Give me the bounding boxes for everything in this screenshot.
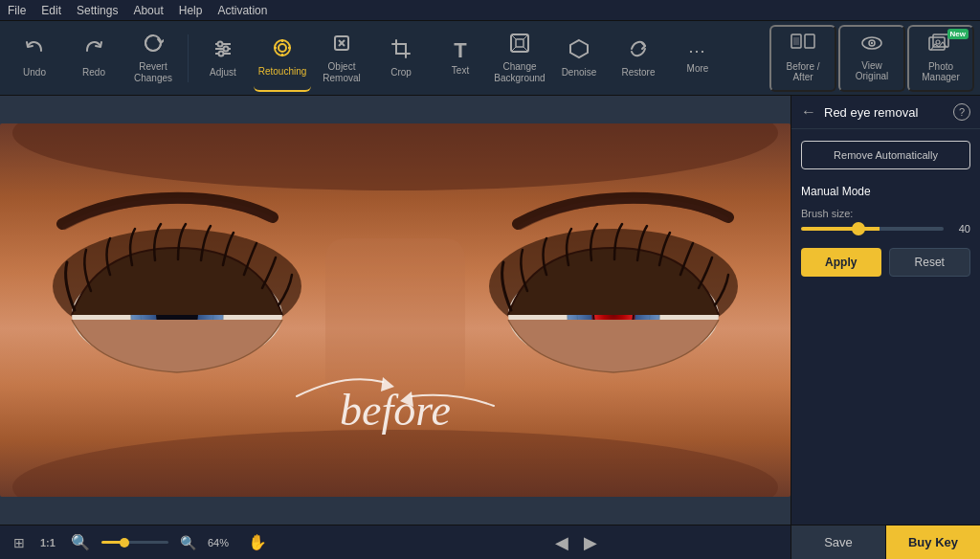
toolbar-sep-1	[188, 34, 189, 82]
right-panel: ← Red eye removal ? Remove Automatically…	[791, 96, 980, 525]
object-removal-button[interactable]: ObjectRemoval	[313, 25, 370, 92]
svg-point-7	[275, 40, 290, 56]
zoom-slider[interactable]	[101, 541, 168, 544]
undo-icon	[24, 38, 45, 63]
more-label: More	[687, 63, 709, 75]
bottom-right-panel: Save Buy Key	[791, 525, 980, 559]
adjust-button[interactable]: Adjust	[194, 25, 252, 92]
restore-button[interactable]: Restore	[610, 25, 667, 92]
svg-point-8	[278, 44, 286, 52]
menu-edit[interactable]: Edit	[41, 4, 61, 17]
svg-point-28	[871, 42, 873, 44]
redo-label: Redo	[82, 67, 105, 78]
view-original-icon	[860, 34, 883, 56]
panel-header: ← Red eye removal ?	[791, 96, 980, 129]
svg-rect-25	[793, 37, 799, 45]
change-bg-label: ChangeBackground	[494, 61, 545, 84]
adjust-icon	[212, 38, 234, 63]
toolbar: Undo Redo RevertChanges	[0, 21, 980, 96]
zoom-in-button[interactable]: 🔍	[176, 533, 200, 552]
more-button[interactable]: ⋯ More	[669, 25, 726, 92]
photo-manager-button[interactable]: New PhotoManager	[907, 25, 974, 92]
canvas-area[interactable]: before	[0, 96, 791, 525]
denoise-icon	[568, 38, 590, 63]
change-bg-button[interactable]: ChangeBackground	[491, 25, 548, 92]
revert-label: RevertChanges	[134, 61, 172, 84]
crop-label: Crop	[390, 67, 412, 78]
panel-help-button[interactable]: ?	[953, 103, 970, 121]
buy-key-button[interactable]: Buy Key	[886, 525, 980, 559]
prev-image-button[interactable]: ◀	[551, 530, 572, 555]
remove-automatically-button[interactable]: Remove Automatically	[801, 141, 970, 169]
new-badge: New	[947, 29, 969, 39]
svg-point-5	[224, 46, 229, 51]
view-original-label: ViewOriginal	[856, 60, 888, 81]
menu-about[interactable]: About	[133, 4, 163, 17]
hand-tool-button[interactable]: ✋	[244, 531, 271, 553]
retouching-icon	[272, 37, 293, 62]
svg-point-4	[218, 41, 223, 46]
before-after-button[interactable]: Before /After	[769, 25, 836, 92]
svg-text:before: before	[340, 386, 451, 435]
save-button[interactable]: Save	[791, 525, 886, 559]
more-icon: ⋯	[688, 42, 707, 59]
panel-title: Red eye removal	[824, 105, 946, 120]
brush-size-value: 40	[949, 223, 970, 235]
redo-icon	[83, 38, 104, 63]
reset-button[interactable]: Reset	[889, 248, 971, 277]
menu-help[interactable]: Help	[179, 4, 203, 17]
svg-rect-24	[805, 34, 814, 48]
denoise-button[interactable]: Denoise	[550, 25, 608, 92]
text-icon: T	[454, 40, 466, 61]
brush-size-slider[interactable]	[801, 227, 944, 231]
menu-settings[interactable]: Settings	[77, 4, 118, 17]
zoom-out-button[interactable]: 🔍	[67, 531, 94, 553]
undo-label: Undo	[23, 67, 46, 78]
statusbar: ⊞ 1:1 🔍 🔍 64% ✋ ◀ ▶ 🗑 1660×745 i Save Bu…	[0, 525, 980, 559]
manual-mode-label: Manual Mode	[791, 181, 980, 202]
svg-marker-22	[570, 40, 588, 57]
restore-icon	[628, 38, 649, 63]
apply-reset-row: Apply Reset	[791, 236, 980, 288]
photo-display: before	[0, 123, 791, 497]
main-content: before ← Red eye removal ? Remove Automa…	[0, 96, 980, 525]
revert-button[interactable]: RevertChanges	[124, 25, 182, 92]
restore-label: Restore	[621, 67, 655, 78]
apply-button[interactable]: Apply	[801, 248, 881, 277]
photo-manager-label: PhotoManager	[922, 61, 959, 82]
svg-point-31	[936, 40, 940, 44]
redo-button[interactable]: Redo	[65, 25, 122, 92]
next-image-button[interactable]: ▶	[580, 530, 601, 555]
crop-icon	[390, 38, 412, 63]
adjust-label: Adjust	[210, 67, 236, 78]
undo-button[interactable]: Undo	[6, 25, 63, 92]
svg-point-6	[219, 51, 224, 56]
brush-slider-row: 40	[791, 221, 980, 236]
retouching-label: Retouching	[258, 66, 307, 78]
revert-icon	[143, 33, 164, 57]
before-after-label: Before /After	[786, 61, 819, 82]
menu-file[interactable]: File	[8, 4, 26, 17]
before-after-icon	[791, 34, 815, 57]
object-removal-label: ObjectRemoval	[323, 61, 360, 84]
eye-image: before	[0, 123, 791, 497]
view-original-button[interactable]: ViewOriginal	[838, 25, 905, 92]
brush-size-label: Brush size:	[791, 202, 980, 221]
retouching-button[interactable]: Retouching	[254, 25, 311, 92]
denoise-label: Denoise	[562, 67, 597, 78]
fit-window-button[interactable]: ⊞	[10, 533, 29, 552]
menubar: File Edit Settings About Help Activation	[0, 0, 980, 21]
zoom-1-1-button[interactable]: 1:1	[36, 535, 59, 550]
menu-activation[interactable]: Activation	[217, 4, 267, 17]
object-removal-icon	[331, 33, 352, 57]
crop-button[interactable]: Crop	[372, 25, 430, 92]
text-button[interactable]: T Text	[432, 25, 489, 92]
back-arrow-button[interactable]: ←	[801, 103, 816, 121]
svg-rect-35	[325, 238, 465, 401]
svg-rect-17	[516, 39, 523, 47]
text-label: Text	[452, 65, 469, 77]
change-bg-icon	[509, 33, 530, 57]
zoom-value: 64%	[208, 537, 236, 548]
